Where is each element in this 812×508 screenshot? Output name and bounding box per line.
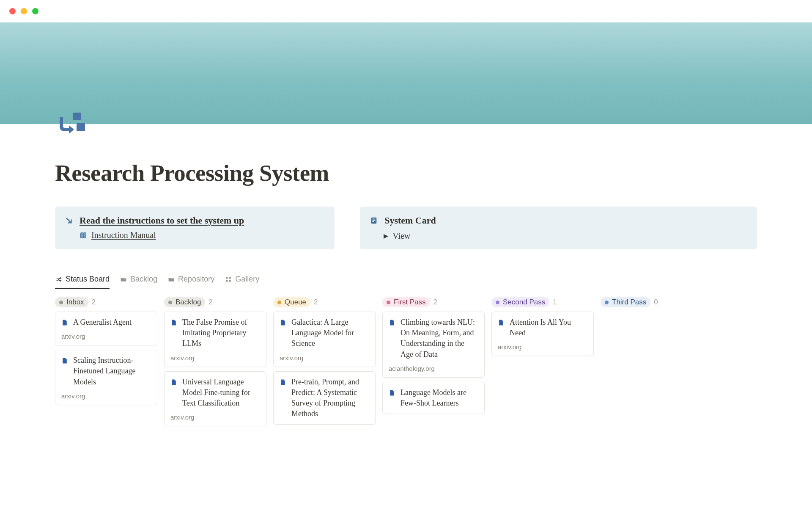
document-icon bbox=[389, 389, 396, 396]
column-status-pill[interactable]: Inbox bbox=[55, 297, 88, 307]
status-dot-icon bbox=[387, 301, 390, 304]
column-status-pill[interactable]: Backlog bbox=[164, 297, 205, 307]
system-card-callout: System Card ▶ View bbox=[360, 207, 757, 249]
card-title: Language Models are Few-Shot Learners bbox=[401, 387, 478, 409]
column-count: 0 bbox=[654, 298, 658, 306]
status-dot-icon bbox=[59, 301, 63, 304]
card-title: Attention Is All You Need bbox=[510, 317, 587, 338]
svg-rect-1 bbox=[77, 123, 85, 131]
svg-rect-4 bbox=[373, 220, 376, 221]
board-card[interactable]: Pre-train, Prompt, and Predict: A System… bbox=[273, 371, 376, 425]
board-card[interactable]: A Generalist Agentarxiv.org bbox=[55, 312, 157, 345]
card-title: Pre-train, Prompt, and Predict: A System… bbox=[291, 377, 369, 420]
minimize-window-button[interactable] bbox=[21, 8, 27, 14]
card-title: A Generalist Agent bbox=[73, 317, 132, 328]
board-card[interactable]: Climbing towards NLU: On Meaning, Form, … bbox=[382, 312, 485, 378]
column-header: Backlog2 bbox=[164, 297, 266, 307]
tab-label: Status Board bbox=[66, 275, 110, 284]
board-card[interactable]: The False Promise of Imitating Proprieta… bbox=[164, 312, 266, 367]
document-icon bbox=[61, 318, 69, 326]
instructions-link[interactable]: Read the instructions to set the system … bbox=[80, 215, 244, 226]
fullscreen-window-button[interactable] bbox=[32, 8, 38, 14]
column-count: 2 bbox=[208, 298, 212, 306]
column-count: 2 bbox=[433, 298, 437, 306]
column-status-pill[interactable]: Queue bbox=[273, 297, 310, 307]
board-card[interactable]: Galactica: A Large Language Model for Sc… bbox=[273, 312, 376, 367]
instruction-manual-link[interactable]: Instruction Manual bbox=[91, 230, 156, 240]
column-name: Inbox bbox=[66, 298, 84, 306]
tab-backlog[interactable]: Backlog bbox=[120, 275, 157, 289]
board-card[interactable]: Scaling Instruction-Finetuned Language M… bbox=[55, 350, 157, 405]
disclosure-triangle-icon: ▶ bbox=[384, 232, 388, 240]
document-icon bbox=[170, 378, 178, 386]
window-titlebar bbox=[0, 0, 812, 22]
book-icon bbox=[80, 232, 87, 239]
document-icon bbox=[498, 318, 505, 326]
column-queue: Queue2Galactica: A Large Language Model … bbox=[273, 297, 376, 431]
column-second-pass: Second Pass1Attention Is All You Needarx… bbox=[491, 297, 594, 431]
arrow-down-right-icon bbox=[64, 216, 74, 225]
column-count: 2 bbox=[92, 298, 96, 306]
card-title: Climbing towards NLU: On Meaning, Form, … bbox=[401, 317, 478, 360]
column-status-pill[interactable]: First Pass bbox=[382, 297, 430, 307]
tab-label: Repository bbox=[178, 275, 214, 284]
column-count: 2 bbox=[314, 298, 318, 306]
column-header: Queue2 bbox=[273, 297, 376, 307]
card-title: Galactica: A Large Language Model for Sc… bbox=[291, 317, 369, 349]
document-icon bbox=[280, 378, 287, 386]
column-name: Second Pass bbox=[503, 298, 545, 306]
svg-rect-7 bbox=[229, 277, 231, 279]
status-dot-icon bbox=[277, 301, 281, 304]
system-card-view-toggle[interactable]: ▶ View bbox=[384, 231, 748, 241]
column-status-pill[interactable]: Second Pass bbox=[491, 297, 549, 307]
svg-rect-6 bbox=[226, 277, 228, 279]
tab-gallery[interactable]: Gallery bbox=[225, 275, 259, 289]
folder-icon bbox=[167, 276, 175, 283]
instructions-callout: Read the instructions to set the system … bbox=[55, 207, 335, 249]
grid-icon bbox=[225, 276, 232, 283]
tab-label: Backlog bbox=[130, 275, 157, 284]
board-card[interactable]: Language Models are Few-Shot Learners bbox=[382, 382, 485, 414]
view-tabs: Status BoardBacklogRepositoryGallery bbox=[55, 275, 757, 289]
svg-rect-0 bbox=[73, 113, 81, 120]
svg-rect-3 bbox=[373, 219, 376, 220]
svg-rect-8 bbox=[226, 280, 228, 282]
card-source: arxiv.org bbox=[280, 354, 369, 362]
column-name: Backlog bbox=[176, 298, 201, 306]
close-window-button[interactable] bbox=[9, 8, 16, 14]
card-title: The False Promise of Imitating Proprieta… bbox=[182, 317, 260, 349]
card-source: arxiv.org bbox=[170, 354, 260, 362]
column-inbox: Inbox2A Generalist Agentarxiv.orgScaling… bbox=[55, 297, 157, 431]
column-name: Queue bbox=[285, 298, 306, 306]
card-title: Scaling Instruction-Finetuned Language M… bbox=[73, 355, 151, 387]
column-name: Third Pass bbox=[612, 298, 646, 306]
tab-repository[interactable]: Repository bbox=[167, 275, 214, 289]
column-status-pill[interactable]: Third Pass bbox=[601, 297, 650, 307]
card-source: arxiv.org bbox=[61, 333, 151, 340]
folder-icon bbox=[120, 276, 127, 283]
status-dot-icon bbox=[496, 301, 499, 304]
document-icon bbox=[61, 356, 69, 364]
board-card[interactable]: Universal Language Model Fine-tuning for… bbox=[164, 371, 266, 427]
status-dot-icon bbox=[605, 301, 609, 304]
tab-status-board[interactable]: Status Board bbox=[55, 275, 110, 289]
document-icon bbox=[280, 318, 287, 326]
status-board: Inbox2A Generalist Agentarxiv.orgScaling… bbox=[55, 297, 757, 431]
card-source: aclanthology.org bbox=[389, 365, 478, 372]
card-icon bbox=[369, 216, 379, 225]
page-title: Research Processing System bbox=[55, 160, 757, 186]
svg-rect-9 bbox=[229, 280, 231, 282]
svg-rect-5 bbox=[373, 221, 375, 222]
card-title: Universal Language Model Fine-tuning for… bbox=[182, 377, 260, 409]
column-header: Second Pass1 bbox=[491, 297, 594, 307]
view-label: View bbox=[392, 231, 410, 241]
page-icon[interactable] bbox=[55, 108, 88, 141]
board-card[interactable]: Attention Is All You Needarxiv.org bbox=[491, 312, 594, 356]
tab-label: Gallery bbox=[235, 275, 259, 284]
column-count: 1 bbox=[553, 298, 557, 306]
column-first-pass: First Pass2Climbing towards NLU: On Mean… bbox=[382, 297, 485, 431]
document-icon bbox=[389, 318, 396, 326]
column-header: First Pass2 bbox=[382, 297, 485, 307]
shuffle-icon bbox=[55, 276, 63, 283]
column-header: Third Pass0 bbox=[601, 297, 703, 307]
